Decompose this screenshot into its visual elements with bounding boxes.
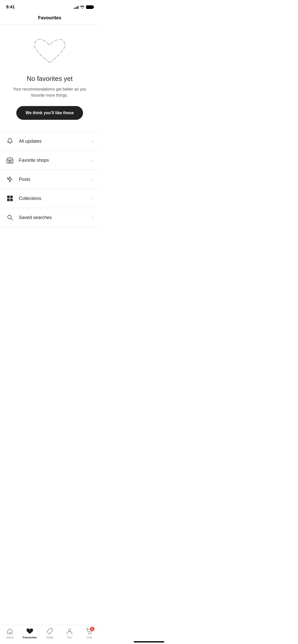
dashed-heart-icon <box>33 37 66 68</box>
search-icon <box>6 214 14 221</box>
chevron-right-icon: › <box>92 196 93 201</box>
status-icons <box>74 5 93 9</box>
empty-state-subtitle: Your recommendations get better as you f… <box>10 86 89 98</box>
main-content: No favorites yet Your recommendations ge… <box>0 24 99 253</box>
empty-state-title: No favorites yet <box>27 75 73 83</box>
menu-item-favorite-shops-label: Favorite shops <box>19 158 92 163</box>
chevron-right-icon: › <box>92 177 93 182</box>
svg-rect-5 <box>10 199 13 201</box>
menu-item-saved-searches-label: Saved searches <box>19 215 92 220</box>
menu-item-collections[interactable]: Collections › <box>0 189 99 208</box>
menu-item-posts[interactable]: Posts › <box>0 170 99 189</box>
svg-rect-0 <box>7 160 13 163</box>
shop-icon <box>6 156 14 164</box>
chevron-right-icon: › <box>92 139 93 143</box>
svg-rect-3 <box>10 196 13 198</box>
menu-item-collections-label: Collections <box>19 196 92 201</box>
bell-icon <box>6 137 14 145</box>
sparkle-icon <box>6 175 14 183</box>
page-title: Favourites <box>5 15 94 21</box>
chevron-right-icon: › <box>92 158 93 163</box>
menu-item-saved-searches[interactable]: Saved searches › <box>0 208 99 227</box>
menu-item-all-updates-label: All updates <box>19 139 92 144</box>
menu-list: All updates › Favorite shops › <box>0 131 99 227</box>
battery-icon <box>86 5 93 9</box>
status-time: 9:41 <box>6 5 15 10</box>
wifi-icon <box>80 6 85 9</box>
svg-rect-1 <box>9 161 11 163</box>
chevron-right-icon: › <box>92 215 93 220</box>
cta-button[interactable]: We think you'll like these <box>16 106 83 120</box>
menu-item-all-updates[interactable]: All updates › <box>0 132 99 151</box>
signal-icon <box>74 5 78 9</box>
page-header: Favourites <box>0 12 99 24</box>
menu-item-favorite-shops[interactable]: Favorite shops › <box>0 151 99 170</box>
menu-item-posts-label: Posts <box>19 177 92 182</box>
grid-icon <box>6 195 14 202</box>
status-bar: 9:41 <box>0 0 99 12</box>
svg-rect-2 <box>7 196 10 198</box>
svg-rect-4 <box>7 199 10 201</box>
empty-state: No favorites yet Your recommendations ge… <box>0 24 99 127</box>
